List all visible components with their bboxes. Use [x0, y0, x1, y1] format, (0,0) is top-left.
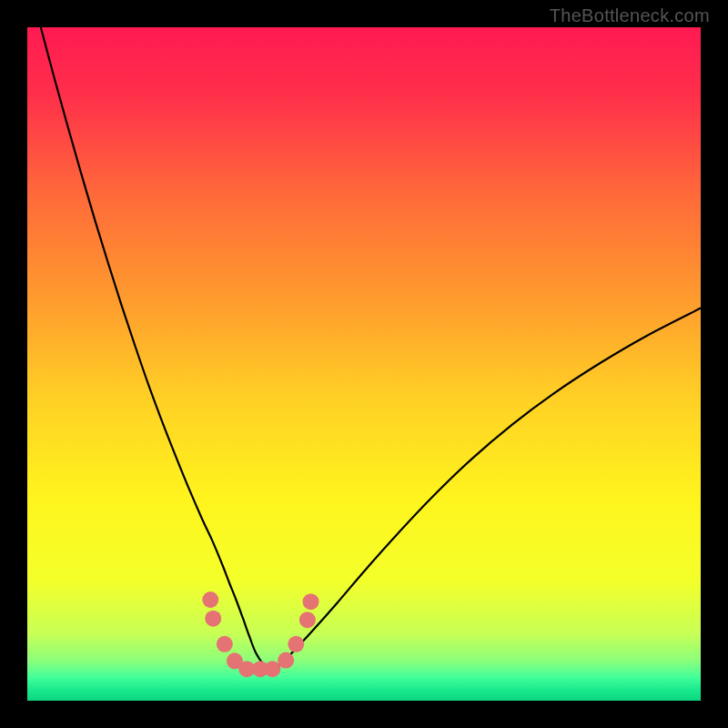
curve-layer — [27, 27, 701, 701]
outer-frame: TheBottleneck.com — [0, 0, 728, 728]
highlight-dot — [264, 661, 280, 677]
highlight-dots — [202, 592, 318, 677]
highlight-dot — [202, 592, 218, 608]
highlight-dot — [205, 611, 221, 627]
highlight-dot — [217, 636, 233, 652]
plot-area — [27, 27, 701, 701]
bottleneck-curve — [41, 27, 701, 669]
watermark-text: TheBottleneck.com — [550, 5, 710, 26]
highlight-dot — [288, 636, 304, 652]
highlight-dot — [299, 612, 316, 628]
highlight-dot — [278, 652, 294, 669]
highlight-dot — [303, 593, 319, 610]
